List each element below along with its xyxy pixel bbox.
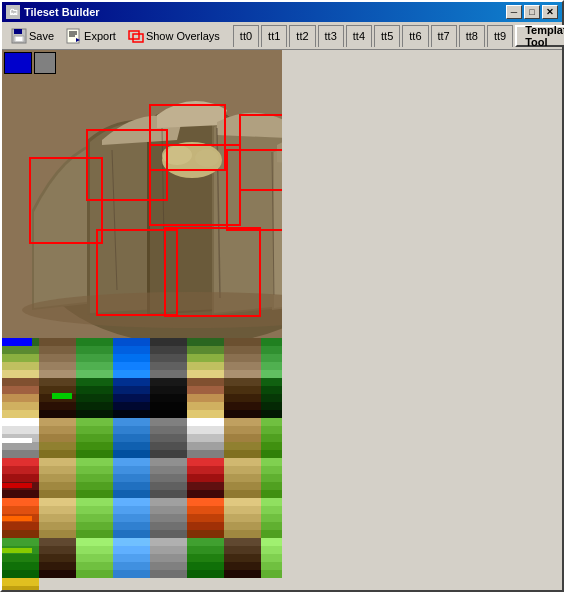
tab-tt2[interactable]: tt2 — [289, 25, 315, 47]
minimize-button[interactable]: ─ — [506, 5, 522, 19]
tab-tt6[interactable]: tt6 — [402, 25, 428, 47]
window-title: Tileset Builder — [24, 6, 506, 18]
color-swatch-gray[interactable] — [34, 52, 56, 74]
export-label: Export — [84, 30, 116, 42]
tab-tt8[interactable]: tt8 — [459, 25, 485, 47]
close-button[interactable]: ✕ — [542, 5, 558, 19]
template-tool-label: Template Tool — [525, 24, 564, 48]
export-button[interactable]: Export — [61, 25, 121, 47]
save-label: Save — [29, 30, 54, 42]
palette-canvas[interactable] — [2, 338, 282, 590]
svg-rect-10 — [133, 34, 143, 42]
save-icon — [11, 28, 27, 44]
terrain-svg — [2, 50, 282, 338]
save-button[interactable]: Save — [6, 25, 59, 47]
title-bar-buttons: ─ □ ✕ — [506, 5, 558, 19]
tab-tt4[interactable]: tt4 — [346, 25, 372, 47]
content-area — [2, 50, 562, 590]
toolbar: Save Export Sho — [2, 22, 562, 50]
color-swatch-blue[interactable] — [4, 52, 32, 74]
tab-tt1[interactable]: tt1 — [261, 25, 287, 47]
maximize-button[interactable]: □ — [524, 5, 540, 19]
main-panel — [2, 50, 282, 590]
terrain-canvas[interactable] — [2, 50, 282, 338]
main-window: 🗂 Tileset Builder ─ □ ✕ Save — [0, 0, 564, 592]
tab-tt0[interactable]: tt0 — [233, 25, 259, 47]
tab-tt7[interactable]: tt7 — [431, 25, 457, 47]
title-bar: 🗂 Tileset Builder ─ □ ✕ — [2, 2, 562, 22]
svg-rect-9 — [129, 31, 139, 39]
tab-tt9[interactable]: tt9 — [487, 25, 513, 47]
svg-rect-3 — [16, 37, 22, 41]
right-panel — [282, 50, 562, 590]
svg-rect-1 — [14, 29, 22, 34]
show-overlays-button[interactable]: Show Overlays — [123, 25, 225, 47]
window-icon: 🗂 — [6, 5, 20, 19]
export-icon — [66, 28, 82, 44]
tab-tt5[interactable]: tt5 — [374, 25, 400, 47]
svg-point-22 — [195, 149, 219, 167]
overlays-icon — [128, 28, 144, 44]
template-tool-button[interactable]: Template Tool — [515, 25, 564, 47]
overlays-label: Show Overlays — [146, 30, 220, 42]
tab-tt3[interactable]: tt3 — [318, 25, 344, 47]
